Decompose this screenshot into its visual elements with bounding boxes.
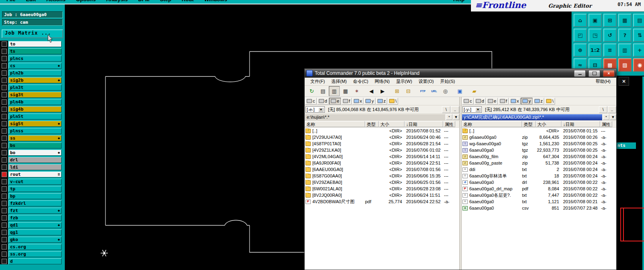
column-header-1[interactable]: 类型 [365, 121, 379, 127]
target-icon[interactable]: ⊕ [574, 43, 587, 57]
tc-menu-help[interactable]: 帮助(H) [592, 78, 614, 85]
file-row[interactable]: zg6aaeu00ga0zip8,664,4352016/07/08 00:26… [462, 134, 616, 140]
new-folder-icon[interactable]: ▰ [469, 86, 480, 96]
layer-checkbox[interactable] [2, 223, 7, 228]
corner-tl-icon[interactable]: ◰ [574, 29, 587, 42]
column-header-0[interactable]: 名称 [462, 121, 522, 127]
drive-button-y[interactable]: y [521, 98, 533, 105]
grid-icon[interactable]: ▦ [618, 14, 632, 27]
tc-menu-item-0[interactable]: 文件(F) [307, 78, 328, 85]
corner-tr-icon[interactable]: ◳ [588, 29, 602, 42]
plus-icon[interactable]: + [633, 43, 644, 57]
layer-checkbox[interactable] [2, 237, 7, 242]
tc-menu-item-3[interactable]: 网络(N) [372, 78, 393, 85]
layer-checkbox[interactable] [2, 165, 7, 170]
layer-checkbox[interactable] [2, 99, 7, 105]
layer-label[interactable]: tp [8, 186, 62, 192]
layer-label[interactable]: fzt◆ [8, 208, 62, 214]
layer-label[interactable]: sig5t◆ [8, 121, 62, 127]
minimize-button[interactable] [574, 70, 586, 77]
ftp-connect-icon[interactable]: FTP [417, 86, 428, 96]
layer-checkbox[interactable] [2, 121, 7, 126]
file-row[interactable]: twg-6aaeu00ga0tgz1,561,2302016/07/08 00:… [462, 140, 616, 147]
layer-label[interactable]: d [8, 258, 62, 264]
file-row[interactable]: t6aaeu00ga0tgz22,933,7732016/07/08 00:25… [462, 147, 616, 153]
layer-label[interactable]: plnss [8, 128, 62, 134]
layer-label[interactable]: ss.org [8, 251, 62, 257]
menu-item-actions[interactable]: Actions [46, 0, 66, 2]
file-row[interactable]: ≡6aaeu00ga0txt1,1212016/07/08 00:21-a- [462, 198, 616, 205]
layer-checkbox[interactable] [2, 63, 7, 68]
layer-label[interactable]: cs◆ [8, 63, 62, 69]
file-row[interactable]: [6A9JR00FA0]<DIR>2016/06/24 22:51--- [305, 160, 459, 166]
drive-button-d[interactable]: d [474, 98, 486, 105]
rotate-icon[interactable]: ↺ [603, 29, 617, 42]
layer-label[interactable]: plncs [8, 56, 62, 62]
close-panel-button[interactable]: × [619, 77, 629, 86]
column-header-1[interactable]: 类型 [522, 121, 536, 127]
layer-checkbox[interactable] [2, 150, 7, 155]
drive-button-y[interactable]: y [364, 98, 376, 105]
layer-checkbox[interactable] [2, 201, 7, 206]
full-view-icon[interactable]: ▥ [329, 86, 340, 96]
layer-label[interactable]: rout≡ [8, 171, 62, 177]
menu-item-step[interactable]: Step [160, 0, 171, 2]
file-row[interactable]: [4V29Z1LKA0]<DIR>2016/07/06 01:02--- [305, 147, 459, 153]
layer-label[interactable]: drl [8, 157, 62, 163]
left-filter-button[interactable]: * [446, 114, 452, 120]
tc-menu-item-2[interactable]: 命令(C) [350, 78, 372, 85]
layer-checkbox[interactable] [2, 78, 7, 83]
layer-label[interactable]: bo◆ [8, 150, 62, 156]
refresh-icon[interactable]: ↻ [306, 86, 317, 96]
tc-menu-item-1[interactable]: 选择(M) [328, 78, 350, 85]
ftp-url-icon[interactable]: URL [429, 86, 440, 96]
left-path[interactable]: e:\hujian\*.* [305, 114, 445, 120]
right-path[interactable]: y:\CAM完成\已确认\6AAEU00GA0.zip\*.* [462, 114, 602, 120]
tc-menu-item-5[interactable]: 设置(O) [415, 78, 437, 85]
drive-button-root[interactable]: \ [545, 98, 555, 105]
right-drive-combo[interactable]: [-y-]▼ [462, 106, 482, 113]
drive-button-x[interactable]: x [509, 98, 521, 105]
layer-checkbox[interactable] [2, 128, 7, 134]
column-header-3[interactable]: ↓日期 [561, 121, 600, 127]
drive-button-c[interactable]: c [305, 98, 317, 105]
layer-checkbox[interactable] [2, 85, 7, 90]
file-row[interactable]: ≡dditxt22016/07/08 00:24-a- [462, 166, 616, 173]
layer-checkbox[interactable] [2, 179, 7, 184]
layer-label[interactable]: v-cut [8, 179, 62, 185]
menu-item-rout[interactable]: Rout [182, 0, 194, 2]
layer-checkbox[interactable] [2, 92, 7, 97]
list-icon[interactable]: ≡ [603, 43, 617, 57]
layer-label[interactable]: pln4b [8, 99, 62, 105]
file-row[interactable]: d6aaeu00ga0drl238,9612016/07/08 00:22-a- [462, 179, 616, 185]
menu-item-help[interactable]: Help [453, 0, 464, 2]
column-header-4[interactable]: 属性 [600, 121, 612, 127]
drive-button-f[interactable]: f [498, 98, 509, 105]
swap-icon[interactable]: ⇅ [633, 29, 644, 42]
back-icon[interactable]: ◀ [366, 86, 377, 96]
file-row[interactable]: P4V2BD0BWA0尺寸图pdf25,7742016/06/24 22:52-… [305, 198, 459, 205]
right-history-button[interactable]: ▼ [610, 114, 616, 120]
overlay-icon[interactable]: ⊞ [603, 14, 617, 27]
layer-checkbox[interactable] [2, 251, 7, 257]
layer-label[interactable]: cs.org [8, 244, 62, 250]
drive-button-c[interactable]: c [462, 98, 474, 105]
layer-checkbox[interactable] [2, 49, 7, 54]
layer-label[interactable]: qg1 [8, 229, 62, 235]
file-row[interactable]: z6aaeu00g_filmzip647,3042016/07/08 00:24… [462, 153, 616, 160]
filter-icon[interactable]: ✶ [351, 86, 362, 96]
monitor-icon[interactable]: ▣ [454, 86, 465, 96]
doc-icon[interactable]: ▤ [633, 14, 644, 27]
layer-label[interactable]: gko◆ [8, 237, 62, 243]
layer-label[interactable]: sig2b◆ [8, 77, 62, 83]
layer-checkbox[interactable] [2, 215, 7, 221]
zoom-ratio-button[interactable]: 1:2 [588, 43, 602, 57]
file-row[interactable]: z6aaeu00g_pastezip51,7382016/07/08 00:24… [462, 160, 616, 166]
layer-label[interactable]: bp [8, 193, 62, 199]
layer-label[interactable]: to [8, 41, 62, 47]
unpack-icon[interactable]: ⊟ [403, 86, 414, 96]
left-up-button[interactable]: .. [451, 106, 459, 113]
layer-label[interactable]: fzb [8, 215, 62, 221]
thumbnails-icon[interactable]: ▦ [340, 86, 351, 96]
tc-menu-item-4[interactable]: 显示(W) [393, 78, 415, 85]
